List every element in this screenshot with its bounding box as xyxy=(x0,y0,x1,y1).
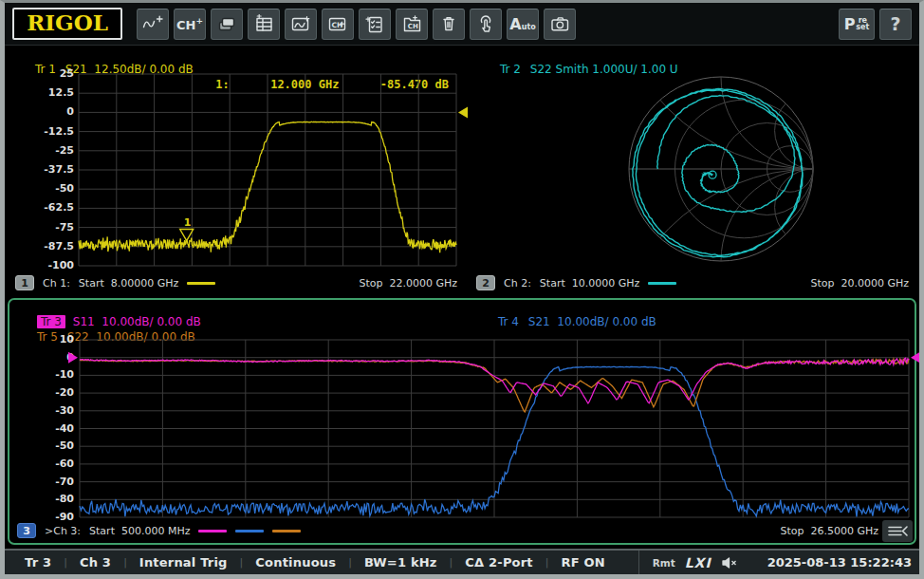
y-tick-label: 10 xyxy=(60,333,74,346)
smith-chart[interactable] xyxy=(617,65,825,273)
layers-button[interactable] xyxy=(211,9,243,40)
screenshot-button[interactable] xyxy=(544,9,576,40)
menu-expand-icon[interactable] xyxy=(882,520,913,542)
window-3-badge[interactable]: 3 xyxy=(17,523,36,538)
trace-add-button[interactable] xyxy=(137,9,169,40)
lxi-indicator: LXI xyxy=(685,555,711,570)
y-tick-label: -80 xyxy=(55,493,74,506)
auto-label: Auto xyxy=(509,15,535,33)
y-tick-label: -87.5 xyxy=(44,240,74,253)
datasheet-button[interactable] xyxy=(248,9,280,40)
delete-button[interactable] xyxy=(433,9,465,40)
y-tick-label: -50 xyxy=(55,439,74,453)
window-2-panel[interactable]: Tr 2S22 Smith 1.000U/ 1.00 U 2 Ch 2: Sta… xyxy=(469,46,916,296)
window-3-panel[interactable]: Tr 3S11 10.00dB/ 0.00 dB Tr 5S22 10.00dB… xyxy=(8,298,916,545)
camera-icon xyxy=(549,14,571,33)
ch1-plot[interactable]: 1 xyxy=(79,74,456,266)
y-tick-label: -100 xyxy=(47,259,74,272)
svg-text:CH: CH xyxy=(407,23,417,30)
y-tick-label: -20 xyxy=(55,386,74,400)
help-button[interactable]: ? xyxy=(879,9,912,40)
task-list-button[interactable] xyxy=(359,9,391,40)
trace5-color-key xyxy=(272,530,301,532)
checklist-icon xyxy=(364,14,385,34)
layers-icon xyxy=(216,14,237,34)
ch3-label: >Ch 3: xyxy=(45,525,81,537)
y-tick-label: -12.5 xyxy=(44,125,74,139)
trace2-color-key xyxy=(648,282,676,285)
y-tick-label: -60 xyxy=(55,458,74,471)
ch-plus-icon: CH+ xyxy=(176,16,203,32)
ch2-footer: 2 Ch 2: Start 10.0000 GHz Stop 20.0000 G… xyxy=(476,274,909,291)
table-icon xyxy=(253,14,274,33)
window-1-badge[interactable]: 1 xyxy=(15,275,34,290)
window-2-badge[interactable]: 2 xyxy=(476,275,495,290)
datetime: 2025-08-13 15:22:43 xyxy=(767,555,912,570)
y-tick-label: 12.5 xyxy=(48,86,74,100)
ch1-footer: 1 Ch 1: Start 8.00000 GHz Stop 22.0000 G… xyxy=(15,274,457,291)
ch2-stop: Stop 20.0000 GHz xyxy=(810,277,909,290)
rigol-logo: RIGOL xyxy=(12,8,122,40)
trace4-header: Tr 4S21 10.00dB/ 0.00 dB xyxy=(476,302,656,342)
status-channel[interactable]: Ch 3 xyxy=(67,555,123,570)
preset-button[interactable]: P reset xyxy=(839,9,875,40)
status-bar: Tr 3| Ch 3| Internal Trig| Continuous| B… xyxy=(5,549,919,574)
y-tick-label: -25 xyxy=(55,144,74,158)
status-trigger[interactable]: Internal Trig xyxy=(127,555,240,570)
y-tick-label: -30 xyxy=(55,404,74,418)
touch-icon xyxy=(475,14,496,34)
ch3-y-axis: 100-10-20-30-40-50-60-70-80-90 xyxy=(25,340,74,517)
preset-label: P xyxy=(844,15,856,33)
trace3-color-key xyxy=(198,530,227,532)
status-calibration[interactable]: CΔ 2-Port xyxy=(453,555,545,570)
window-trace-button[interactable] xyxy=(285,9,317,40)
ch1-stop: Stop 22.0000 GHz xyxy=(359,277,457,290)
auto-scale-button[interactable]: Auto xyxy=(507,9,539,40)
y-tick-label: -50 xyxy=(55,182,74,196)
y-tick-label: -75 xyxy=(55,221,74,234)
status-trace[interactable]: Tr 3 xyxy=(12,555,64,570)
status-right-group: Rmt LXI 2025-08-13 15:22:43 xyxy=(638,551,912,574)
y-tick-label: 0 xyxy=(66,105,74,119)
window-ch-plus-icon: CH xyxy=(327,14,349,33)
window-waveform-icon xyxy=(290,14,312,33)
y-tick-label: -70 xyxy=(55,476,74,489)
ch2-label: Ch 2: xyxy=(504,277,531,290)
channel-add-button[interactable]: CH+ xyxy=(174,9,206,40)
help-label: ? xyxy=(890,13,900,34)
y-tick-label: -10 xyxy=(55,368,74,382)
touch-button[interactable] xyxy=(470,9,502,40)
ch3-stop: Stop 26.5000 GHz xyxy=(780,525,878,537)
window-channel-button[interactable]: CH xyxy=(322,9,354,40)
status-rf[interactable]: RF ON xyxy=(548,555,617,570)
ch1-start: Start 8.00000 GHz xyxy=(79,277,178,290)
remote-indicator: Rmt xyxy=(653,557,675,569)
ch3-footer: 3 >Ch 3: Start 500.000 MHz Stop 26.5000 … xyxy=(17,522,907,539)
waveform-plus-icon xyxy=(141,14,164,33)
y-tick-label: 25 xyxy=(60,67,74,81)
ch1-label: Ch 1: xyxy=(43,277,70,290)
y-tick-label: -40 xyxy=(55,422,74,436)
vna-screen: RIGOL CH+ CH xyxy=(0,0,924,579)
y-tick-label: -62.5 xyxy=(44,201,74,215)
ch1-y-axis: 2512.50-12.5-25-37.5-50-62.5-75-87.5-100 xyxy=(21,74,74,266)
window-1-panel[interactable]: Tr 1S21 12.50dB/ 0.00 dB 1: 12.000 GHz -… xyxy=(8,46,465,296)
mute-icon xyxy=(721,556,737,570)
ch3-plot[interactable] xyxy=(80,340,909,517)
ch3-start: Start 500.000 MHz xyxy=(89,525,190,537)
svg-text:1: 1 xyxy=(184,216,192,229)
preset-sub-label: reset xyxy=(856,17,869,30)
status-sweep[interactable]: Continuous xyxy=(243,555,348,570)
channel-folder-button[interactable]: CH xyxy=(396,9,428,40)
toolbar: RIGOL CH+ CH xyxy=(5,3,919,46)
y-tick-label: -37.5 xyxy=(44,163,74,177)
folder-ch-icon: CH xyxy=(401,14,423,33)
trace4-color-key xyxy=(235,530,264,532)
trace1-color-key xyxy=(187,282,215,285)
trash-icon xyxy=(438,14,459,33)
status-bandwidth[interactable]: BW=1 kHz xyxy=(352,555,450,570)
svg-text:CH: CH xyxy=(331,21,342,29)
ch2-start: Start 10.0000 GHz xyxy=(540,277,639,290)
